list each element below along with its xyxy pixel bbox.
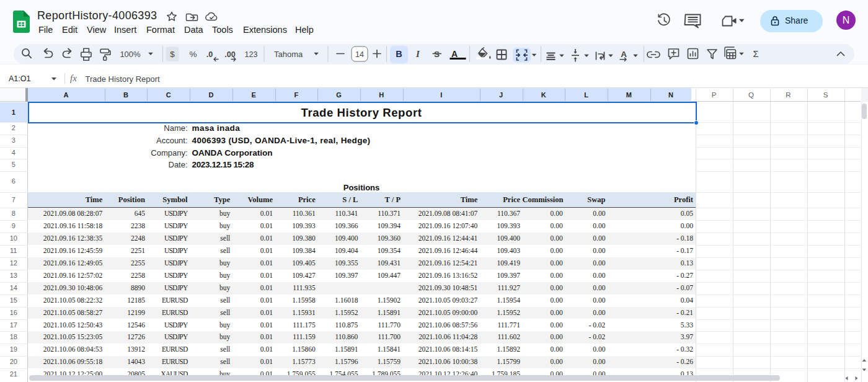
- svg-text:.0: .0: [206, 50, 213, 59]
- svg-text:A: A: [621, 50, 627, 59]
- svg-text:%: %: [189, 50, 197, 59]
- svg-text:B: B: [396, 49, 402, 59]
- svg-text:A: A: [451, 49, 458, 59]
- svg-text:123: 123: [245, 50, 258, 59]
- svg-text:$: $: [170, 50, 175, 59]
- svg-text:Σ: Σ: [753, 49, 759, 59]
- svg-text:100%: 100%: [120, 50, 141, 59]
- svg-text:Tahoma: Tahoma: [274, 50, 303, 59]
- svg-text:14: 14: [355, 50, 364, 59]
- svg-text:I: I: [415, 49, 420, 59]
